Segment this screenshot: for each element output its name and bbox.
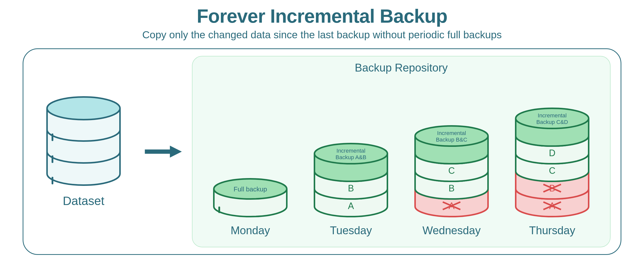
tuesday-top-label-1: Incremental <box>337 148 366 154</box>
dataset-label: Dataset <box>63 194 104 208</box>
dataset-cylinder-icon <box>42 96 125 186</box>
svg-marker-5 <box>170 146 182 157</box>
svg-rect-3 <box>52 177 53 184</box>
wednesday-top-label-1: Incremental <box>437 130 466 136</box>
arrow-icon <box>144 144 182 159</box>
main-outline-box: Dataset Backup Repository Full backup M <box>23 48 621 255</box>
tuesday-cylinder: A B Incremental Backup A&B <box>309 141 392 219</box>
day-label-monday: Monday <box>231 224 270 237</box>
thursday-top-label-2: Backup C&D <box>536 119 568 125</box>
svg-rect-7 <box>218 207 220 213</box>
day-label-wednesday: Wednesday <box>422 224 481 237</box>
svg-rect-2 <box>52 155 53 163</box>
day-column-thursday: A B C <box>502 106 602 237</box>
days-row: Full backup Monday A B <box>200 79 602 237</box>
day-column-wednesday: A B C Incremental <box>401 123 502 237</box>
backup-repository-title: Backup Repository <box>200 61 602 74</box>
wednesday-layer-c: C <box>448 165 455 176</box>
tuesday-layer-b: B <box>348 183 354 193</box>
wednesday-top-label-2: Backup B&C <box>436 137 467 143</box>
thursday-cylinder: A B C <box>511 106 594 219</box>
day-label-thursday: Thursday <box>529 224 575 237</box>
tuesday-layer-a: A <box>348 201 354 211</box>
tuesday-top-label-2: Backup A&B <box>336 154 366 160</box>
thursday-top-label-1: Incremental <box>538 112 567 119</box>
dataset-section: Dataset <box>33 96 134 208</box>
backup-repository-box: Backup Repository Full backup Monday <box>192 56 611 247</box>
day-label-tuesday: Tuesday <box>330 224 372 237</box>
thursday-layer-d: D <box>549 148 555 158</box>
wednesday-cylinder: A B C Incremental <box>410 123 493 219</box>
diagram-subtitle: Copy only the changed data since the las… <box>142 29 502 41</box>
day-column-tuesday: A B Incremental Backup A&B Tuesday <box>301 141 401 237</box>
thursday-layer-c: C <box>549 165 555 176</box>
svg-point-0 <box>47 97 120 120</box>
monday-top-label: Full backup <box>234 185 267 193</box>
wednesday-layer-b: B <box>449 183 455 193</box>
monday-cylinder: Full backup <box>209 176 292 219</box>
day-column-monday: Full backup Monday <box>200 176 301 237</box>
diagram-title: Forever Incremental Backup <box>197 5 447 27</box>
svg-rect-1 <box>52 133 53 141</box>
